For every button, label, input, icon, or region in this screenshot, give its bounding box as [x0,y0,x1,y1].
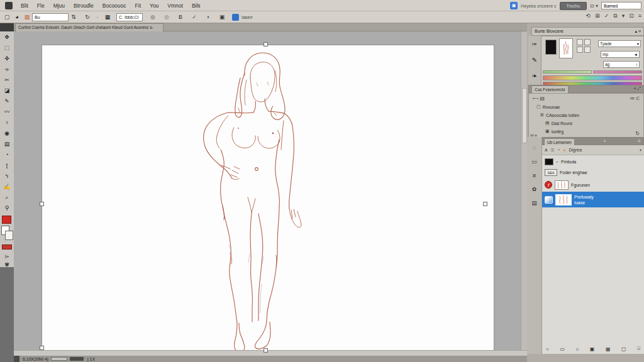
blur-tool-button[interactable]: ʈ [0,160,14,171]
history-tool-button[interactable]: ◉ [0,128,14,139]
brush-panel-collapse-icon[interactable]: ▴ ≡ [635,28,641,35]
transform-handle-right[interactable] [483,202,487,206]
brush-flow-field[interactable]: ag↕ [603,61,640,68]
stepper-icon[interactable]: ⇅ [69,12,79,23]
dropdown-arrow-icon[interactable]: ▾ [622,13,625,19]
sync-icon[interactable]: ↻ [82,12,92,23]
tree-item-4[interactable]: ▣ Iuntlrg [545,129,564,134]
rail-styles-icon[interactable]: ✿ [527,186,541,192]
layer-3-thumbnail[interactable] [555,180,569,190]
color-ramp-1[interactable] [543,75,642,80]
camera-icon[interactable]: ⧉ [613,13,617,19]
crop-tool-button[interactable]: ✂ [0,75,14,85]
stamp-tool-button[interactable]: ♆ [0,118,14,128]
menu-view[interactable]: You [145,0,163,11]
brush-rail-icon-3[interactable]: ❧ [528,72,541,79]
layer-1-thumbnail[interactable] [545,158,553,165]
rotate-view-icon[interactable]: ⟲ [586,13,591,19]
printer-icon[interactable]: ⊟ ▾ [590,3,598,9]
smart-object-badge-icon[interactable] [545,196,553,204]
learn-icon[interactable] [232,14,239,21]
status-grip[interactable] [14,356,19,362]
link-layers-icon[interactable]: ○ [546,346,549,352]
layers-panel-menu-icon[interactable]: ◑ [639,148,641,152]
adjustment-layer-icon[interactable]: ▣ [590,346,595,352]
tree-panel-tab[interactable]: Cus Fvseeurectz [531,85,569,93]
layer-row-1[interactable]: ⌐ Pmbuta [542,156,644,167]
sketch-preset-thumbnail[interactable] [559,38,573,58]
menu-help[interactable]: Bils [187,0,205,11]
brush-panel-header[interactable]: Burte Blovcere ▴ ≡ [531,27,644,36]
comment-icon[interactable]: ◗ [203,12,213,23]
share-app-icon[interactable]: ▣ [510,2,518,9]
layer-3-name[interactable]: Fgurunen [571,183,590,187]
preset-grid-icon-4[interactable] [584,47,591,53]
move-tool-button[interactable]: ✥ [0,32,14,43]
flow-icon[interactable]: ◎ [162,12,172,23]
eraser-tool-button[interactable]: ▤ [0,139,14,150]
layer-mask-icon[interactable]: ⌂ [575,346,579,352]
menu-window[interactable]: Vmnot [163,0,187,11]
search-text[interactable]: Heyeka onceere c [521,4,556,8]
page-icon[interactable]: ▣ [217,12,227,23]
home-icon[interactable]: ◕ [12,12,22,23]
panel-menu-icon[interactable]: ≡ [638,13,641,19]
menu-file[interactable]: Blit [16,0,33,11]
layer-2-name[interactable]: Foder enghae [560,170,587,175]
smoothing-icon[interactable]: Ƀ [175,12,186,23]
lasso-tool-button[interactable]: ✜ [0,53,14,64]
delete-layer-icon[interactable]: ⌸ [637,346,640,352]
healing-tool-button[interactable]: ✎ [0,96,14,107]
brush-preset-input[interactable] [32,13,69,21]
layer-4-name[interactable]: Prefowaly [574,194,594,200]
shape-tool-button[interactable]: ⚲ [0,203,14,214]
transform-handle-bottom[interactable] [264,348,268,353]
gradient-tool-button[interactable]: ◔ [0,150,14,160]
rail-character-icon[interactable]: ϰ [527,172,541,178]
menu-select[interactable]: Bocoouoc [98,0,131,11]
printer-tool-icon[interactable]: ▦ [103,12,113,23]
tree-panel-collapse-icon[interactable]: « ⤢ [634,86,641,91]
workspace-input[interactable] [601,2,641,9]
layers-tab-menu-icon[interactable]: ≡ [638,138,641,144]
lock-icon[interactable]: ⚿ [551,148,554,153]
adjustment-badge-icon[interactable]: f [545,181,552,189]
layer-styles-icon[interactable]: ▭ [560,346,565,352]
rail-monitor-icon[interactable]: ▭ [527,158,541,165]
eyedropper-tool-button[interactable]: ◪ [0,85,14,96]
menu-filter[interactable]: Fit [131,0,145,11]
layer-1-name[interactable]: Pmbuta [561,160,576,164]
share-button[interactable]: Trochu [560,2,587,10]
menu-image[interactable]: Mjuu [49,0,69,11]
learn-label[interactable]: Iaserr [242,15,253,19]
tree-toolbar-right-icons[interactable]: ≔ C [630,96,640,101]
refresh-icon[interactable]: ↻ [635,131,640,136]
layer-row-4-selected[interactable]: Prefowaly Iuase [542,192,644,207]
wand-tool-button[interactable]: ⌯ [0,64,14,75]
pen-tool-button[interactable]: ✍ [0,182,14,192]
tree-item-2[interactable]: ⊞ CAsoocala Iutten [540,112,579,118]
gradient-swatch-green[interactable] [543,70,592,74]
marquee-tool-button[interactable]: ⬚ [0,43,14,53]
rail-library-icon[interactable]: ▤ [527,200,541,206]
blend-mode-icon[interactable]: Ѧ [545,148,548,152]
horizontal-scrollbar[interactable] [14,350,527,356]
commit-check-icon[interactable]: ✓ [189,12,199,23]
opacity-label[interactable]: Digrea [569,148,582,152]
check-icon[interactable]: ✓ [604,13,609,19]
preset-grid-icon-2[interactable] [584,39,591,45]
dodge-tool-button[interactable]: ϟ [0,171,14,182]
brush-rail-icon-1[interactable]: ✑ [528,41,541,48]
new-layer-icon[interactable]: ▢ [621,346,626,352]
brush-tool-button[interactable]: 〰 [0,107,14,118]
vertical-scrollbar[interactable] [521,31,527,350]
preset-grid-icon-1[interactable] [577,39,583,45]
foreground-color-swatch[interactable] [2,216,11,224]
tree-item-1[interactable]: ▢ Rxxunae [536,104,560,109]
layer-4-thumbnail[interactable] [555,194,572,206]
add-tab-icon[interactable]: + [603,138,606,144]
grid-icon[interactable]: ⊞ [595,13,600,19]
layer-2-thumbnail[interactable]: SEA [545,169,557,176]
type-tool-button[interactable]: ⌕ [0,192,14,203]
opacity-icon[interactable]: ◍ [148,12,158,23]
